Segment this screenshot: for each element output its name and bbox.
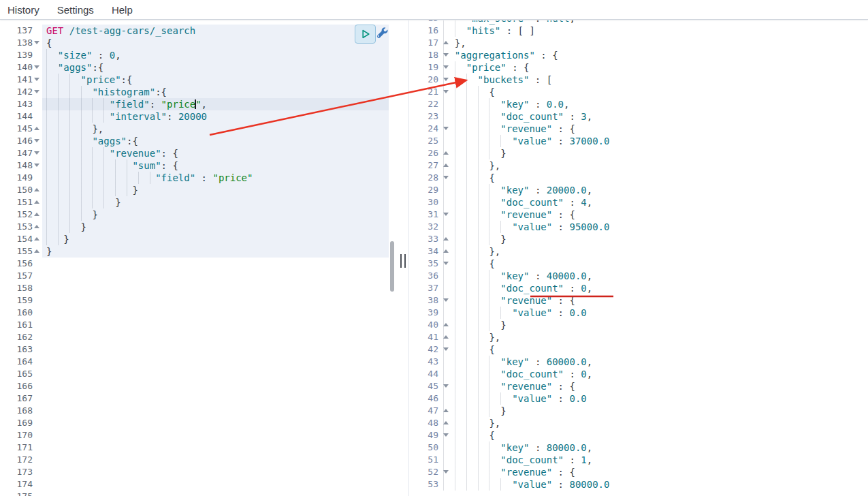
code-line: 34 }, [409, 245, 868, 258]
fold-expand-icon[interactable] [443, 409, 449, 412]
code-text[interactable]: "field" : "price" [42, 172, 389, 184]
code-line: 151 } [0, 196, 397, 208]
fold-expand-icon[interactable] [443, 421, 449, 424]
code-text[interactable]: { [42, 37, 389, 49]
code-line: 16 "hits" : [ ] [409, 25, 868, 37]
panel-splitter[interactable] [397, 20, 408, 496]
send-request-button[interactable] [355, 25, 376, 44]
fold-collapse-icon[interactable] [34, 78, 39, 81]
fold-expand-icon[interactable] [443, 323, 449, 326]
line-number: 170 [0, 429, 42, 441]
code-line: 48 }, [409, 417, 868, 429]
fold-collapse-icon[interactable] [34, 151, 39, 155]
menu-item-help[interactable]: Help [112, 4, 133, 16]
request-options-button[interactable] [375, 27, 388, 40]
code-text[interactable]: "size" : 0, [42, 49, 389, 61]
code-text[interactable]: "aggs":{ [42, 61, 389, 74]
fold-expand-icon[interactable] [443, 237, 449, 241]
code-text[interactable]: "aggs":{ [42, 135, 389, 147]
fold-collapse-icon[interactable] [443, 176, 449, 179]
code-line: 22 "key" : 0.0, [409, 98, 868, 110]
code-text: } [442, 319, 507, 331]
code-text[interactable]: "interval": 20000 [42, 110, 389, 123]
splitter-handle-icon[interactable] [400, 254, 406, 268]
fold-collapse-icon[interactable] [34, 65, 39, 69]
fold-collapse-icon[interactable] [443, 470, 449, 474]
fold-collapse-icon[interactable] [443, 53, 449, 57]
fold-collapse-icon[interactable] [443, 298, 449, 302]
line-number: 169 [0, 417, 42, 429]
code-line: 157 [0, 270, 397, 282]
fold-collapse-icon[interactable] [443, 433, 449, 437]
fold-collapse-icon[interactable] [443, 347, 449, 351]
code-line: 169 [0, 417, 397, 429]
code-text[interactable]: } [42, 208, 389, 221]
request-editor-panel[interactable]: 137GET /test-agg-cars/_search138{139 "si… [0, 20, 397, 496]
code-text[interactable]: } [42, 233, 389, 245]
response-output-panel[interactable]: 15 "max_score" : null,16 "hits" : [ ]17 … [408, 20, 868, 496]
code-line: 158 [0, 282, 397, 294]
fold-collapse-icon[interactable] [443, 127, 449, 130]
fold-expand-icon[interactable] [443, 249, 449, 253]
code-line: 31 "revenue" : { [409, 208, 868, 221]
line-number: 167 [0, 392, 42, 405]
fold-expand-icon[interactable] [34, 188, 39, 191]
code-line: 43 "key" : 60000.0, [409, 356, 868, 368]
code-line: 168 [0, 405, 397, 417]
line-number: 164 [0, 356, 42, 368]
code-text[interactable]: "price":{ [42, 74, 389, 86]
fold-expand-icon[interactable] [443, 151, 449, 155]
fold-collapse-icon[interactable] [443, 262, 449, 265]
fold-expand-icon[interactable] [34, 127, 39, 130]
code-text[interactable]: "revenue": { [42, 147, 389, 159]
code-text[interactable]: "sum": { [42, 159, 389, 172]
editor-scrollbar-thumb[interactable] [390, 241, 394, 292]
code-text: "value" : 0.0 [442, 307, 587, 319]
code-text: }, [442, 159, 500, 172]
code-text[interactable]: }, [42, 123, 389, 135]
code-line: 170 [0, 429, 397, 441]
menu-item-history[interactable]: History [7, 4, 39, 16]
line-number: 16 [409, 25, 442, 37]
request-editor: 137GET /test-agg-cars/_search138{139 "si… [0, 20, 397, 496]
fold-collapse-icon[interactable] [443, 78, 449, 81]
fold-expand-icon[interactable] [34, 249, 39, 253]
menu-item-settings[interactable]: Settings [57, 4, 94, 16]
line-number: 163 [0, 343, 42, 356]
fold-collapse-icon[interactable] [443, 65, 449, 69]
code-line: 172 [0, 454, 397, 466]
code-text[interactable]: } [42, 196, 389, 208]
fold-collapse-icon[interactable] [34, 139, 39, 142]
fold-expand-icon[interactable] [34, 225, 39, 228]
code-text[interactable]: "field": "price", [42, 98, 389, 110]
line-number: 162 [0, 331, 42, 343]
line-number: 37 [409, 282, 442, 294]
code-text[interactable]: } [42, 221, 389, 233]
fold-collapse-icon[interactable] [443, 384, 449, 388]
code-text[interactable]: GET /test-agg-cars/_search [42, 25, 389, 37]
fold-expand-icon[interactable] [443, 164, 449, 167]
line-number: 49 [409, 429, 442, 441]
code-line: 164 [0, 356, 397, 368]
fold-collapse-icon[interactable] [34, 164, 39, 167]
code-text: } [442, 233, 507, 245]
fold-expand-icon[interactable] [34, 200, 39, 204]
fold-collapse-icon[interactable] [443, 90, 449, 93]
fold-expand-icon[interactable] [443, 335, 449, 339]
code-line: 20 "buckets" : [ [409, 74, 868, 86]
fold-collapse-icon[interactable] [34, 90, 39, 93]
code-line: 153 } [0, 221, 397, 233]
code-text[interactable]: "histogram":{ [42, 86, 389, 98]
line-number: 24 [409, 123, 442, 135]
code-line: 33 } [409, 233, 868, 245]
code-line: 49 { [409, 429, 868, 441]
code-text[interactable]: } [42, 184, 389, 196]
fold-expand-icon[interactable] [34, 213, 39, 216]
fold-collapse-icon[interactable] [34, 41, 39, 44]
fold-expand-icon[interactable] [443, 41, 449, 44]
line-number: 50 [409, 441, 442, 454]
fold-expand-icon[interactable] [34, 237, 39, 241]
line-number: 53 [409, 478, 442, 491]
fold-collapse-icon[interactable] [443, 213, 449, 216]
code-text[interactable]: } [42, 245, 389, 258]
